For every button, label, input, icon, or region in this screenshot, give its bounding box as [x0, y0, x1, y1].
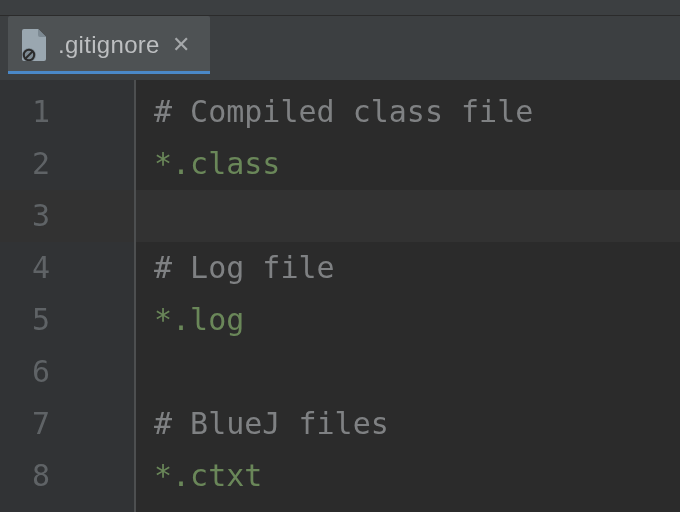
- code-line[interactable]: # Log file: [136, 242, 680, 294]
- line-number: 4: [0, 242, 134, 294]
- code-line[interactable]: [136, 190, 680, 242]
- window-top-edge: [0, 0, 680, 16]
- line-number: 8: [0, 450, 134, 502]
- comment-token: # BlueJ files: [154, 406, 389, 441]
- comment-token: # Log file: [154, 250, 335, 285]
- line-number: 5: [0, 294, 134, 346]
- tab-bar: .gitignore ✕: [0, 16, 680, 74]
- editor[interactable]: 12345678 # Compiled class file*.class# L…: [0, 74, 680, 512]
- code-line[interactable]: # Compiled class file: [136, 86, 680, 138]
- line-number: 7: [0, 398, 134, 450]
- pattern-token: *.ctxt: [154, 458, 262, 493]
- code-line[interactable]: # BlueJ files: [136, 398, 680, 450]
- line-number: 2: [0, 138, 134, 190]
- code-line[interactable]: *.log: [136, 294, 680, 346]
- gitignore-file-icon: [22, 29, 48, 61]
- tab-label: .gitignore: [58, 31, 160, 59]
- code-line[interactable]: *.ctxt: [136, 450, 680, 502]
- line-number: 6: [0, 346, 134, 398]
- line-number-gutter: 12345678: [0, 80, 136, 512]
- comment-token: # Compiled class file: [154, 94, 533, 129]
- code-line[interactable]: [136, 346, 680, 398]
- code-area[interactable]: # Compiled class file*.class# Log file*.…: [136, 80, 680, 512]
- pattern-token: *.log: [154, 302, 244, 337]
- line-number: 3: [0, 190, 134, 242]
- tab-gitignore[interactable]: .gitignore ✕: [8, 16, 210, 74]
- line-number: 1: [0, 86, 134, 138]
- pattern-token: *.class: [154, 146, 280, 181]
- close-icon[interactable]: ✕: [170, 32, 192, 58]
- code-line[interactable]: *.class: [136, 138, 680, 190]
